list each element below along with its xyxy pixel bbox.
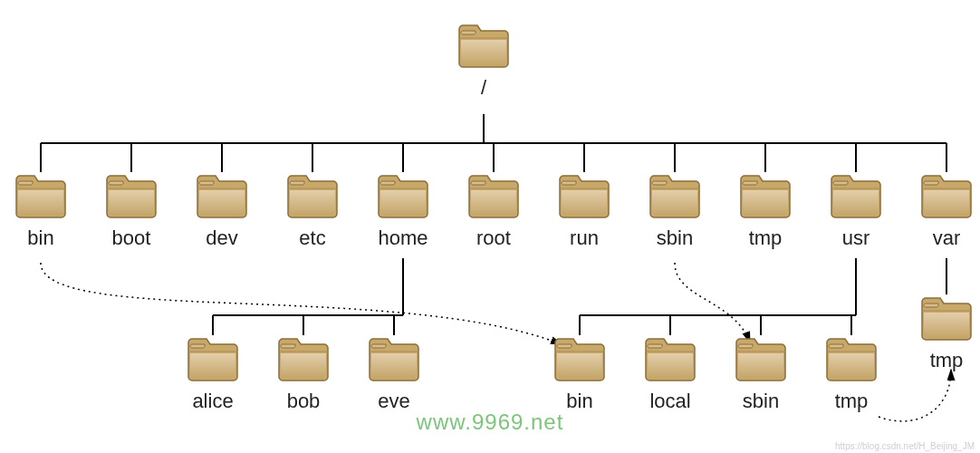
folder-usr-tmp: tmp [823,335,879,413]
folder-eve: eve [366,335,422,413]
folder-boot: boot [103,172,159,250]
folder-label: usr [842,226,870,250]
folder-label: home [378,226,428,250]
folder-root-dir: root [466,172,522,250]
folder-icon [466,172,522,221]
folder-label: alice [192,390,233,413]
folder-usr-bin: bin [552,335,608,413]
folder-tmp: tmp [737,172,793,250]
folder-icon [918,172,975,221]
folder-run: run [556,172,612,250]
folder-icon [828,172,884,221]
folder-root: / [456,22,512,100]
folder-label: root [476,226,511,250]
folder-home: home [375,172,431,250]
folder-sbin: sbin [647,172,703,250]
folder-usr-sbin: sbin [733,335,789,413]
folder-dev: dev [194,172,250,250]
folder-label: tmp [749,226,783,250]
watermark-text: www.9969.net [417,410,564,435]
folder-label: bin [566,390,592,413]
folder-var: var [918,172,975,250]
folder-usr: usr [828,172,884,250]
folder-label: etc [299,226,325,250]
folder-usr-local: local [642,335,698,413]
folder-icon [366,335,422,384]
folder-label: var [933,226,961,250]
folder-icon [375,172,431,221]
folder-label: tmp [835,390,869,413]
source-url-text: https://blog.csdn.net/H_Beijing_JM [835,441,975,451]
folder-icon [456,22,512,71]
folder-label: sbin [657,226,693,250]
folder-icon [275,335,331,384]
folder-icon [185,335,241,384]
folder-alice: alice [185,335,241,413]
folder-icon [284,172,341,221]
folder-icon [823,335,879,384]
folder-etc: etc [284,172,341,250]
folder-icon [642,335,698,384]
folder-icon [737,172,793,221]
folder-label: eve [378,390,409,413]
folder-label: tmp [930,349,964,372]
folder-label: local [649,390,690,413]
folder-bin: bin [13,172,69,250]
folder-icon [194,172,250,221]
folder-icon [13,172,69,221]
folder-label: bin [27,226,53,250]
folder-icon [552,335,608,384]
folder-label: sbin [743,390,779,413]
folder-label: bob [287,390,321,413]
folder-icon [918,294,975,343]
folder-icon [103,172,159,221]
folder-icon [733,335,789,384]
folder-bob: bob [275,335,331,413]
folder-icon [647,172,703,221]
folder-label: boot [112,226,151,250]
folder-var-tmp: tmp [918,294,975,372]
folder-label: / [481,76,486,100]
folder-icon [556,172,612,221]
folder-label: run [570,226,599,250]
folder-label: dev [206,226,237,250]
